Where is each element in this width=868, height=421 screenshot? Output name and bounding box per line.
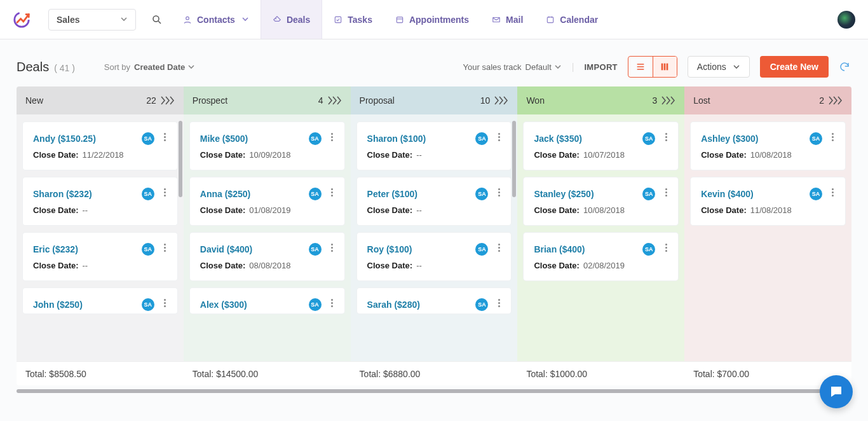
column-expand-icon[interactable]: [495, 96, 508, 105]
deal-card[interactable]: Mike ($500)Close Date:10/09/2018SA: [190, 122, 344, 170]
card-menu-button[interactable]: [161, 242, 170, 253]
card-menu-button[interactable]: [328, 186, 337, 198]
deal-close-date: Close Date:10/09/2018: [200, 150, 334, 160]
deal-close-date: Close Date:11/22/2018: [33, 150, 167, 160]
owner-badge: SA: [142, 132, 154, 145]
deal-card[interactable]: Peter ($100)Close Date:--SA: [357, 177, 512, 225]
nav-appointments[interactable]: Appointments: [384, 0, 480, 39]
card-menu-button[interactable]: [661, 242, 670, 253]
view-toggle: [628, 56, 677, 78]
column-total: Total: $1000.00: [517, 361, 684, 385]
card-menu-button[interactable]: [328, 297, 337, 308]
actions-button[interactable]: Actions: [688, 56, 750, 78]
chat-widget[interactable]: [820, 375, 853, 408]
card-menu-button[interactable]: [661, 131, 670, 142]
card-menu-button[interactable]: [494, 297, 503, 308]
deal-card[interactable]: Kevin ($400)Close Date:11/08/2018SA: [691, 177, 845, 225]
svg-rect-6: [397, 17, 402, 22]
refresh-button[interactable]: [839, 60, 851, 73]
deal-close-date: Close Date:--: [367, 150, 501, 160]
card-menu-button[interactable]: [328, 242, 337, 253]
deal-card[interactable]: Alex ($300)SA: [190, 288, 344, 314]
search-button[interactable]: [145, 0, 172, 39]
nav-tasks[interactable]: Tasks: [322, 0, 384, 39]
divider: |: [572, 62, 574, 72]
card-menu-button[interactable]: [829, 186, 837, 198]
page-toolbar: Deals ( 41 ) Sort by Created Date Your s…: [0, 39, 868, 86]
deal-close-date: Close Date:10/08/2018: [701, 150, 835, 160]
column-expand-icon[interactable]: [161, 96, 175, 105]
card-menu-button[interactable]: [494, 131, 503, 142]
column-count: 2: [819, 95, 824, 106]
column-expand-icon[interactable]: [662, 96, 675, 105]
deal-card[interactable]: Jack ($350)Close Date:10/07/2018SA: [524, 122, 678, 170]
list-view-button[interactable]: [628, 57, 653, 77]
board-icon: [660, 62, 670, 72]
column-body: Mike ($500)Close Date:10/09/2018SAAnna (…: [184, 114, 351, 361]
column-name: Won: [526, 95, 545, 106]
nav-deals-label: Deals: [287, 15, 310, 25]
page-title: Deals ( 41 ): [17, 60, 75, 74]
list-icon: [635, 62, 646, 72]
sort-value[interactable]: Created Date: [134, 62, 195, 72]
svg-line-2: [158, 21, 161, 24]
card-menu-button[interactable]: [494, 242, 503, 253]
deal-card[interactable]: John ($250)SA: [23, 288, 177, 314]
column-expand-icon[interactable]: [829, 96, 843, 105]
user-avatar[interactable]: [837, 11, 855, 29]
logo[interactable]: [13, 0, 39, 39]
svg-point-3: [186, 17, 189, 20]
module-select[interactable]: Sales: [48, 9, 136, 31]
card-menu-button[interactable]: [829, 131, 837, 142]
deals-board: New22Andy ($150.25)Close Date:11/22/2018…: [17, 86, 851, 385]
nav-calendar[interactable]: Calendar: [534, 0, 609, 39]
actions-label: Actions: [697, 62, 726, 72]
deal-close-date: Close Date:02/08/2019: [534, 261, 668, 270]
track-value[interactable]: Default: [526, 62, 562, 72]
board-view-button[interactable]: [653, 57, 677, 77]
column-prospect: Prospect4Mike ($500)Close Date:10/09/201…: [184, 86, 351, 385]
deal-card[interactable]: Ashley ($300)Close Date:10/08/2018SA: [691, 122, 845, 170]
deal-card[interactable]: David ($400)Close Date:08/08/2018SA: [190, 233, 344, 280]
horizontal-scrollbar[interactable]: [17, 389, 851, 393]
deal-card[interactable]: Sharon ($232)Close Date:--SA: [23, 177, 177, 225]
deal-close-date: Close Date:--: [367, 205, 501, 215]
column-count: 22: [146, 95, 156, 106]
deal-card[interactable]: Sharon ($100)Close Date:--SA: [357, 122, 512, 170]
card-menu-button[interactable]: [494, 186, 503, 198]
svg-rect-5: [336, 17, 341, 22]
owner-badge: SA: [309, 298, 322, 311]
card-menu-button[interactable]: [328, 131, 337, 142]
card-menu-button[interactable]: [161, 131, 170, 142]
deal-card[interactable]: Sarah ($280)SA: [357, 288, 512, 314]
deal-card[interactable]: Anna ($250)Close Date:01/08/2019SA: [190, 177, 344, 225]
sort-label: Sort by: [104, 62, 130, 72]
vertical-scrollbar[interactable]: [512, 121, 516, 197]
deal-card[interactable]: Stanley ($250)Close Date:10/08/2018SA: [524, 177, 678, 225]
column-body: Ashley ($300)Close Date:10/08/2018SAKevi…: [684, 114, 851, 361]
page-title-text: Deals: [17, 60, 49, 74]
column-expand-icon[interactable]: [329, 96, 342, 105]
nav-contacts-label: Contacts: [197, 15, 235, 25]
deal-card[interactable]: Andy ($150.25)Close Date:11/22/2018SA: [23, 122, 177, 170]
import-link[interactable]: IMPORT: [584, 62, 617, 72]
column-name: Prospect: [193, 95, 227, 106]
nav-deals[interactable]: Deals: [261, 0, 322, 39]
sort-by: Sort by Created Date: [104, 62, 195, 72]
card-menu-button[interactable]: [661, 186, 670, 198]
column-header: Won3: [517, 86, 684, 114]
card-menu-button[interactable]: [161, 186, 170, 198]
deal-card[interactable]: Roy ($100)Close Date:--SA: [357, 233, 512, 280]
column-body: Sharon ($100)Close Date:--SAPeter ($100)…: [351, 114, 518, 361]
vertical-scrollbar[interactable]: [179, 121, 182, 197]
deal-card[interactable]: Brian ($400)Close Date:02/08/2019SA: [524, 233, 678, 280]
nav-contacts[interactable]: Contacts: [172, 0, 261, 39]
deal-card[interactable]: Eric ($232)Close Date:--SA: [23, 233, 177, 280]
column-total: Total: $14500.00: [184, 361, 351, 385]
card-menu-button[interactable]: [161, 297, 170, 308]
deals-count: ( 41 ): [54, 63, 75, 73]
nav-mail[interactable]: Mail: [480, 0, 534, 39]
deal-close-date: Close Date:--: [33, 261, 167, 270]
create-new-button[interactable]: Create New: [760, 56, 829, 78]
column-body: Andy ($150.25)Close Date:11/22/2018SASha…: [17, 114, 184, 361]
